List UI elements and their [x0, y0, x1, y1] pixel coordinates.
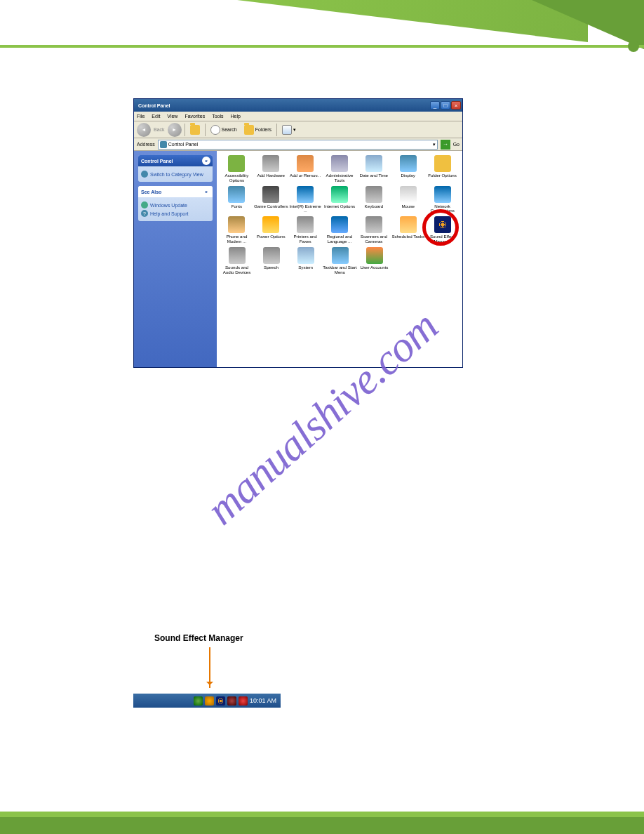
go-button[interactable]: → — [441, 140, 450, 150]
cp-item[interactable]: System — [288, 247, 323, 275]
cp-item[interactable]: Add or Remov... — [288, 155, 323, 183]
i-fonts-icon — [228, 186, 245, 203]
i-folder-icon — [434, 155, 451, 172]
i-speech-icon — [263, 247, 280, 264]
icon-row: Accessibility OptionsAdd HardwareAdd or … — [220, 155, 459, 186]
address-label: Address — [137, 142, 155, 147]
close-button[interactable]: × — [451, 101, 461, 110]
windows-update-link[interactable]: Windows Update — [141, 201, 210, 208]
i-print-icon — [297, 216, 314, 233]
i-sndfx-icon — [434, 216, 451, 233]
tray-icon[interactable] — [227, 696, 236, 706]
page-footer — [0, 807, 644, 834]
cp-item[interactable]: Taskbar and Start Menu — [323, 247, 357, 275]
i-addrem-icon — [297, 155, 314, 172]
up-button[interactable] — [188, 124, 202, 136]
i-lang-icon — [331, 216, 348, 233]
panel-header-cp[interactable]: Control Panel « — [138, 155, 213, 166]
cp-item[interactable]: Date and Time — [356, 155, 391, 183]
cp-item-label: Add or Remov... — [288, 173, 323, 178]
cp-item[interactable]: Internet Options — [323, 186, 357, 214]
i-scan-icon — [365, 216, 382, 233]
panel-body: Windows Update ? Help and Support — [138, 197, 213, 221]
dropdown-icon[interactable]: ▾ — [433, 142, 436, 147]
i-game-icon — [262, 186, 279, 203]
menu-favorites[interactable]: Favorites — [185, 114, 205, 119]
tray-icon[interactable] — [205, 696, 214, 706]
collapse-icon: « — [202, 157, 210, 165]
cp-item[interactable]: Scanners and Cameras — [356, 216, 391, 244]
panel-header-seealso[interactable]: See Also « — [138, 186, 213, 197]
i-power-icon — [262, 216, 279, 233]
menu-edit[interactable]: Edit — [152, 114, 160, 119]
tray-icon[interactable] — [194, 696, 203, 706]
cp-item[interactable]: Mouse — [391, 186, 425, 214]
back-button[interactable]: ◄ — [137, 123, 151, 137]
i-net-icon — [434, 186, 451, 203]
i-access-icon — [228, 155, 245, 172]
views-button[interactable]: ▾ — [280, 124, 298, 136]
menu-view[interactable]: View — [167, 114, 177, 119]
folders-button[interactable]: Folders — [242, 124, 274, 136]
tray-clock[interactable]: 10:01 AM — [250, 697, 276, 704]
footer-band-dark — [0, 817, 644, 834]
collapse-icon: « — [202, 187, 210, 196]
i-snddev-icon — [229, 247, 246, 264]
icon-grid: Accessibility OptionsAdd HardwareAdd or … — [217, 151, 462, 367]
cp-item[interactable]: Regional and Language ... — [323, 216, 357, 244]
cp-item[interactable]: Scheduled Tasks — [391, 216, 425, 244]
forward-button[interactable]: ► — [168, 123, 182, 137]
i-users-icon — [366, 247, 383, 264]
tray-sound-effect-icon[interactable] — [216, 696, 225, 706]
menu-help[interactable]: Help — [231, 114, 241, 119]
cp-item-label: System — [288, 265, 323, 270]
search-icon — [210, 125, 220, 135]
cp-item-label: Accessibility Options — [220, 173, 254, 183]
cp-item-label: Add Hardware — [254, 173, 288, 178]
cp-item[interactable]: Game Controllers — [254, 186, 288, 214]
cp-item[interactable]: Add Hardware — [254, 155, 288, 183]
cp-item-label: Power Options — [254, 234, 288, 239]
control-panel-window: Control Panel _ □ × File Edit View Favor… — [133, 98, 463, 368]
toolbar: ◄ Back ► Search Folders ▾ — [134, 121, 462, 138]
menu-file[interactable]: File — [137, 114, 145, 119]
minimize-button[interactable]: _ — [430, 101, 440, 110]
cp-item[interactable]: Accessibility Options — [220, 155, 254, 183]
switch-category-link[interactable]: Switch to Category View — [141, 171, 210, 178]
maximize-button[interactable]: □ — [441, 101, 450, 110]
tray-icon[interactable] — [239, 696, 248, 706]
cp-item-label: Regional and Language ... — [323, 234, 357, 244]
cp-item[interactable]: Folder Options — [425, 155, 459, 183]
cp-item-label: Mouse — [391, 204, 425, 209]
cp-item[interactable]: Network Connections — [425, 186, 459, 214]
i-date-icon — [365, 155, 382, 172]
help-support-link[interactable]: ? Help and Support — [141, 210, 210, 217]
cp-item[interactable]: Administrative Tools — [323, 155, 357, 183]
search-button[interactable]: Search — [208, 124, 239, 136]
toolbar-sep — [276, 124, 277, 136]
cp-item-label: Network Connections — [425, 204, 459, 214]
cp-item[interactable]: Sounds and Audio Devices — [220, 247, 254, 275]
window-titlebar[interactable]: Control Panel _ □ × — [134, 99, 462, 112]
link-icon — [141, 201, 148, 208]
cp-item[interactable]: Speech — [254, 247, 288, 275]
callout-label: Sound Effect Manager — [154, 633, 243, 643]
i-inet-icon — [331, 186, 348, 203]
window-title: Control Panel — [138, 103, 430, 108]
cp-item[interactable]: Printers and Faxes — [288, 216, 323, 244]
cp-item-label: Internet Options — [323, 204, 357, 209]
cp-item-label: Keyboard — [356, 204, 391, 209]
cp-item[interactable]: Display — [391, 155, 425, 183]
menu-tools[interactable]: Tools — [212, 114, 223, 119]
cp-item[interactable]: User Accounts — [357, 247, 391, 275]
header-endcap-icon — [628, 41, 639, 52]
cp-item[interactable]: Sound Effect Manager — [425, 216, 459, 244]
cp-item[interactable]: Intel(R) Extreme ... — [288, 186, 323, 214]
address-field[interactable]: Control Panel ▾ — [158, 140, 438, 150]
cp-item[interactable]: Power Options — [254, 216, 288, 244]
cp-item[interactable]: Phone and Modem ... — [220, 216, 254, 244]
toolbar-sep — [185, 124, 185, 136]
cp-item[interactable]: Fonts — [220, 186, 254, 214]
i-mouse-icon — [400, 186, 417, 203]
cp-item[interactable]: Keyboard — [356, 186, 391, 214]
